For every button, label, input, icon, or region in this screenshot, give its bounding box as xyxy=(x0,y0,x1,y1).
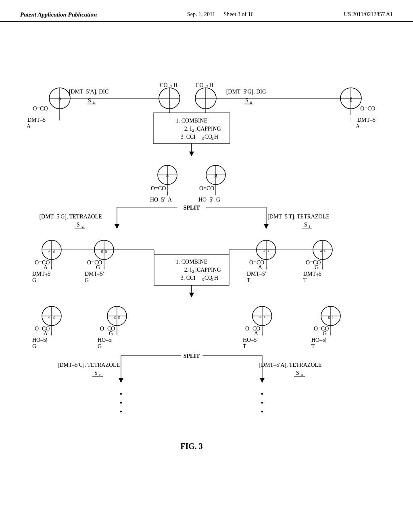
svg-text:|: | xyxy=(322,265,323,270)
svg-text:|: | xyxy=(111,338,112,343)
svg-text:CO: CO xyxy=(160,82,167,88)
svg-text:|: | xyxy=(211,197,212,202)
svg-text:A: A xyxy=(168,197,172,203)
svg-text:•: • xyxy=(120,408,122,416)
svg-text:T: T xyxy=(311,343,315,349)
svg-text:2: 2 xyxy=(211,136,214,141)
svg-text:2: 2 xyxy=(170,84,173,89)
svg-text:a: a xyxy=(301,372,303,377)
svg-text:G: G xyxy=(323,330,327,337)
svg-text:[DMT–5′G], DIC: [DMT–5′G], DIC xyxy=(226,89,266,95)
svg-text:a–t: a–t xyxy=(263,248,269,253)
svg-text:g–g: g–g xyxy=(114,314,121,319)
svg-text:|: | xyxy=(51,265,52,270)
publication-date: Sep. 1, 2011 xyxy=(187,11,215,17)
svg-text:T: T xyxy=(243,343,246,349)
svg-text:a–g: a–g xyxy=(48,248,55,253)
sheet-info: Sheet 3 of 16 xyxy=(223,11,253,17)
svg-marker-301 xyxy=(115,224,119,229)
svg-text:HO–5′: HO–5′ xyxy=(32,337,47,343)
header-center: Sep. 1, 2011 Sheet 3 of 16 xyxy=(187,11,254,18)
svg-text:[DMT–5′A], TETRAZOLE: [DMT–5′A], TETRAZOLE xyxy=(259,362,321,368)
svg-text:|: | xyxy=(317,272,318,276)
svg-text:A: A xyxy=(44,264,48,270)
svg-text:g: g xyxy=(250,100,252,104)
svg-text:g: g xyxy=(215,172,217,178)
svg-text:DMT–5′: DMT–5′ xyxy=(32,271,52,277)
svg-text:•: • xyxy=(261,399,263,407)
svg-text:2: 2 xyxy=(192,269,194,274)
svg-text:DMT–5′: DMT–5′ xyxy=(357,117,377,123)
svg-text:|: | xyxy=(350,116,351,121)
svg-text:•: • xyxy=(261,390,263,398)
svg-text:3.  CCl: 3. CCl xyxy=(181,134,196,140)
svg-text:;CAPPING: ;CAPPING xyxy=(195,126,221,132)
svg-text:SPLIT: SPLIT xyxy=(184,353,200,359)
svg-text:H: H xyxy=(173,82,177,88)
svg-text:A: A xyxy=(356,123,360,129)
svg-text:HO–5′: HO–5′ xyxy=(98,337,113,343)
svg-text:G: G xyxy=(315,264,319,270)
svg-text:|: | xyxy=(98,272,99,276)
page-header: Patent Application Publication Sep. 1, 2… xyxy=(0,0,413,22)
svg-marker-304 xyxy=(264,224,269,229)
svg-text:t: t xyxy=(309,224,310,229)
svg-text:H: H xyxy=(214,275,218,281)
svg-text:G: G xyxy=(85,277,89,283)
svg-text:|: | xyxy=(51,331,52,336)
svg-text:2: 2 xyxy=(211,277,214,282)
svg-text:DMT–5′: DMT–5′ xyxy=(303,271,323,277)
publication-title: Patent Application Publication xyxy=(20,11,97,18)
svg-text:A: A xyxy=(27,123,31,129)
svg-text:|: | xyxy=(104,265,104,270)
svg-text:g–g: g–g xyxy=(101,248,108,253)
svg-text:;CAPPING: ;CAPPING xyxy=(195,267,221,273)
svg-text:G: G xyxy=(98,343,102,349)
svg-text:G: G xyxy=(216,197,220,203)
svg-text:SPLIT: SPLIT xyxy=(184,205,200,211)
svg-text:T: T xyxy=(303,277,307,283)
svg-marker-438 xyxy=(119,378,123,383)
svg-text:[DMT–5′G], TETRAZOLE: [DMT–5′G], TETRAZOLE xyxy=(39,214,102,220)
svg-text:|: | xyxy=(59,116,60,121)
diagram-area: text { font-family: 'Times New Roman', T… xyxy=(0,22,413,505)
svg-marker-441 xyxy=(260,378,265,383)
svg-text:H: H xyxy=(214,134,218,140)
svg-text:S: S xyxy=(304,222,307,228)
svg-text:|: | xyxy=(262,331,263,336)
svg-text:[DMT–5′C], TETRAZOLE: [DMT–5′C], TETRAZOLE xyxy=(58,362,120,368)
svg-text:•: • xyxy=(261,408,263,416)
svg-text:S: S xyxy=(296,370,299,376)
svg-text:2: 2 xyxy=(192,128,194,133)
svg-text:G: G xyxy=(32,277,36,283)
svg-text:O=CO: O=CO xyxy=(199,185,214,191)
svg-text:S: S xyxy=(77,222,80,228)
svg-text:a–g: a–g xyxy=(48,314,55,319)
svg-text:HO–5′: HO–5′ xyxy=(311,337,326,343)
svg-text:3.  CCl: 3. CCl xyxy=(181,275,196,281)
svg-text:a–t: a–t xyxy=(259,314,265,319)
svg-text:A: A xyxy=(254,330,259,337)
patent-number: US 2011/0212857 A1 xyxy=(344,11,393,18)
svg-text:•: • xyxy=(120,390,122,398)
svg-text:O=CO: O=CO xyxy=(360,106,375,112)
svg-text:g: g xyxy=(350,96,353,102)
svg-text:|: | xyxy=(266,265,267,270)
svg-text:a: a xyxy=(166,172,169,178)
svg-text:|: | xyxy=(330,331,331,336)
svg-text:CO: CO xyxy=(196,82,203,88)
svg-text:|: | xyxy=(167,191,168,196)
svg-text:[DMT–5′T], TETRAZOLE: [DMT–5′T], TETRAZOLE xyxy=(267,214,330,220)
svg-text:a: a xyxy=(93,100,95,104)
svg-text:|: | xyxy=(215,191,216,196)
svg-text:3: 3 xyxy=(202,277,204,282)
svg-text:c: c xyxy=(99,372,101,377)
svg-text:|: | xyxy=(163,197,164,202)
svg-text:A: A xyxy=(44,330,48,337)
svg-text:O=CO: O=CO xyxy=(151,185,166,191)
svg-text:a: a xyxy=(58,96,61,102)
svg-text:|: | xyxy=(257,338,257,343)
svg-text:H: H xyxy=(209,82,213,88)
svg-text:A: A xyxy=(258,264,263,270)
svg-text:HO–5′: HO–5′ xyxy=(243,337,258,343)
